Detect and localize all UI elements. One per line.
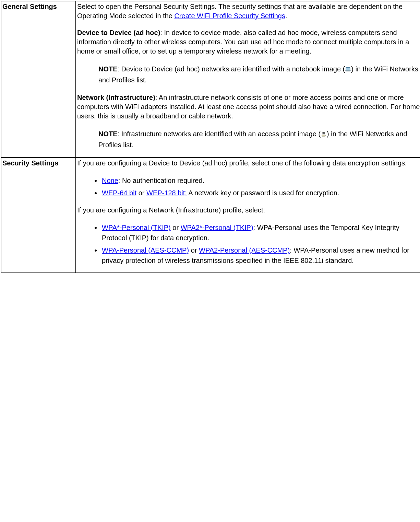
link-wpa-personal-aes-ccmp[interactable]: WPA-Personal (AES-CCMP) (102, 246, 189, 254)
infra-options-list: WPA*-Personal (TKIP) or WPA2*-Personal (… (77, 222, 420, 266)
infra-paragraph: Network (Infrastructure): An infrastruct… (77, 93, 420, 121)
adhoc-term: Device to Device (ad hoc) (77, 29, 160, 36)
access-point-icon (321, 131, 327, 137)
infra-note: NOTE: Infrastructure networks are identi… (77, 128, 420, 150)
row-security-settings: Security Settings If you are configuring… (1, 158, 420, 273)
general-settings-desc: Select to open the Personal Security Set… (76, 1, 420, 158)
general-intro-post: . (285, 12, 287, 20)
link-none[interactable]: None (102, 177, 118, 184)
link-wpa2-personal-aes-ccmp[interactable]: WPA2-Personal (AES-CCMP) (199, 246, 290, 254)
opt-or-2: or (171, 224, 181, 231)
adhoc-paragraph: Device to Device (ad hoc): In device to … (77, 28, 420, 56)
adhoc-note: NOTE: Device to Device (ad hoc) networks… (77, 63, 420, 85)
security-adhoc-intro: If you are configuring a Device to Devic… (77, 159, 420, 168)
opt-or-3: or (189, 246, 199, 254)
link-wpa2-personal-tkip[interactable]: WPA2*-Personal (TKIP) (181, 224, 253, 231)
link-wep-64[interactable]: WEP-64 bit (102, 189, 136, 197)
opt-tkip: WPA*-Personal (TKIP) or WPA2*-Personal (… (101, 222, 420, 243)
infra-term: Network (Infrastructure) (77, 94, 155, 101)
link-create-wifi-profile-security-settings[interactable]: Create WiFi Profile Security Settings (175, 12, 285, 20)
link-wep-128[interactable]: WEP-128 bit: (146, 189, 187, 197)
svg-rect-3 (322, 135, 325, 136)
notebook-icon (345, 66, 351, 72)
row-general-settings: General Settings Select to open the Pers… (1, 1, 420, 158)
opt-none: None: No authentication required. (101, 175, 420, 186)
link-wpa-personal-tkip[interactable]: WPA*-Personal (TKIP) (102, 224, 171, 231)
document-page: General Settings Select to open the Pers… (0, 0, 420, 522)
settings-table: General Settings Select to open the Pers… (1, 1, 420, 273)
opt-aes: WPA-Personal (AES-CCMP) or WPA2-Personal… (101, 245, 420, 266)
note-label-adhoc: NOTE (98, 65, 118, 73)
security-settings-desc: If you are configuring a Device to Devic… (76, 158, 420, 273)
infra-note-pre: : Infrastructure networks are identified… (118, 130, 321, 138)
opt-or-1: or (136, 189, 146, 197)
security-infra-intro: If you are configuring a Network (Infras… (77, 206, 420, 215)
note-label-infra: NOTE (98, 130, 118, 138)
security-settings-label: Security Settings (1, 158, 76, 273)
svg-rect-2 (346, 70, 350, 71)
general-settings-label: General Settings (1, 1, 76, 158)
general-intro: Select to open the Personal Security Set… (77, 2, 420, 21)
opt-none-desc: : No authentication required. (118, 177, 204, 184)
adhoc-note-pre: : Device to Device (ad hoc) networks are… (118, 65, 345, 73)
svg-rect-1 (346, 68, 350, 70)
adhoc-options-list: None: No authentication required. WEP-64… (77, 175, 420, 198)
opt-wep-desc: A network key or password is used for en… (187, 189, 339, 197)
opt-wep: WEP-64 bit or WEP-128 bit: A network key… (101, 188, 420, 198)
